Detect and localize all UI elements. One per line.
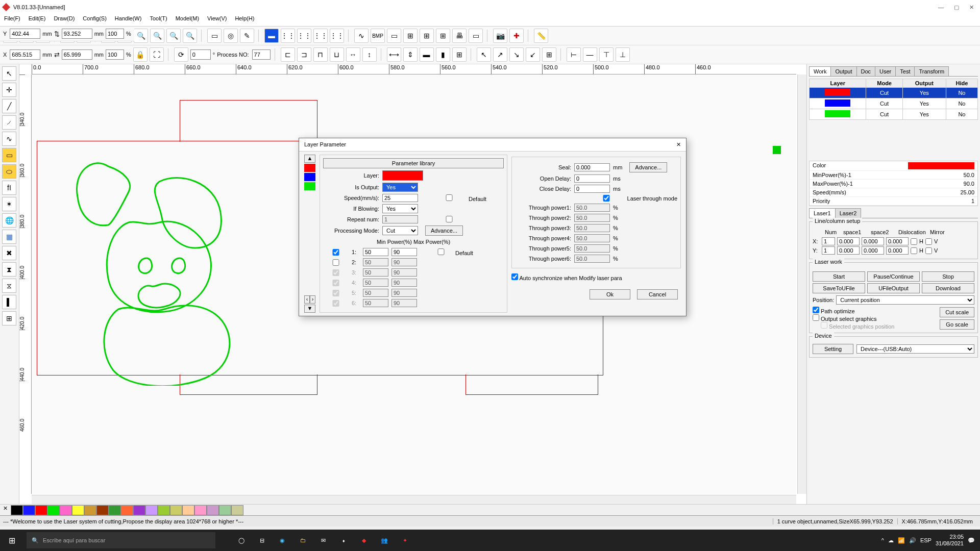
color-swatch[interactable] (158, 505, 170, 515)
scrollbar-horizontal[interactable] (32, 495, 796, 504)
tab-user[interactable]: User (875, 66, 896, 76)
scroll-right-icon[interactable]: › (310, 295, 315, 304)
close-delay-input[interactable] (574, 185, 610, 193)
link-icon[interactable]: ⇄ (54, 51, 60, 59)
color-swatch[interactable] (35, 505, 47, 515)
line-tool[interactable]: ╱ (2, 99, 16, 113)
taskbar-search[interactable]: 🔍 Escribe aquí para buscar (27, 532, 215, 548)
color-swatch[interactable] (84, 505, 96, 515)
tray-wifi-icon[interactable]: 📶 (898, 537, 905, 544)
tray-volume-icon[interactable]: 🔊 (909, 537, 916, 544)
scrollbar-vertical[interactable] (797, 74, 806, 494)
tab-work[interactable]: Work (809, 66, 831, 76)
start-button[interactable]: Start (813, 271, 865, 282)
a11-icon[interactable]: ⊞ (452, 47, 467, 62)
cut-scale-button[interactable]: Cut scale (940, 307, 974, 317)
delete-tool[interactable]: ✖ (2, 246, 16, 260)
rect-tool[interactable]: ▭ (2, 148, 16, 162)
cortana-icon[interactable]: ⊟ (254, 533, 270, 548)
scroll-left-icon[interactable]: ‹ (304, 295, 310, 304)
go-scale-button[interactable]: Go scale (940, 319, 974, 330)
download-button[interactable]: Download (922, 283, 974, 293)
point-tool[interactable]: ✶ (2, 197, 16, 211)
position-select[interactable]: Current position (836, 295, 974, 305)
explorer-icon[interactable]: 🗀 (295, 533, 310, 548)
tray-expand-icon[interactable]: ^ (881, 537, 884, 543)
color-swatch[interactable] (109, 505, 121, 515)
select-tool[interactable]: ↖ (2, 66, 16, 81)
sy-input[interactable] (106, 29, 124, 39)
color-swatch[interactable] (170, 505, 182, 515)
setting-button[interactable]: Setting (813, 344, 853, 354)
bmp-icon[interactable]: BMP (371, 29, 385, 43)
scale-icon[interactable]: ⛶ (150, 47, 164, 62)
tray-clock[interactable]: 23:0531/08/2021 (936, 534, 964, 547)
device-select[interactable]: Device---(USB:Auto) (856, 344, 974, 354)
repeat-check[interactable] (431, 216, 467, 222)
tray-cloud-icon[interactable]: ☁ (888, 537, 894, 544)
a14-icon[interactable]: ↘ (509, 47, 524, 62)
a6-icon[interactable]: ↕ (362, 47, 377, 62)
y-input[interactable] (10, 29, 40, 39)
color-swatch[interactable] (96, 505, 109, 515)
color-swatch[interactable] (60, 505, 72, 515)
target-icon[interactable]: ◎ (224, 29, 238, 43)
align2-icon[interactable]: ⊞ (420, 29, 434, 43)
rdworks-icon[interactable]: ✦ (397, 533, 412, 548)
tab-doc[interactable]: Doc (856, 66, 876, 76)
color-swatch[interactable] (145, 505, 158, 515)
layer-swatch[interactable] (304, 164, 315, 172)
zoom-page-icon[interactable]: 🔍 (183, 29, 197, 43)
task-view-icon[interactable]: ◯ (234, 533, 249, 548)
world-icon[interactable]: 🌐 (2, 213, 16, 228)
array2-icon[interactable]: ⋮⋮ (297, 29, 311, 43)
link2-icon[interactable]: ⇅ (54, 30, 60, 38)
layer-up-icon[interactable]: ▲ (304, 155, 315, 163)
advance2-button[interactable]: Advance... (629, 162, 667, 172)
color-swatch[interactable] (11, 505, 23, 515)
save-ufile-button[interactable]: SaveToUFile (813, 283, 865, 293)
speed-default-check[interactable] (431, 194, 467, 201)
a13-icon[interactable]: ↗ (493, 47, 507, 62)
polyline-tool[interactable]: ⟋ (2, 115, 16, 130)
align-tool[interactable]: ▌ (2, 295, 16, 309)
align3-icon[interactable]: ⊞ (436, 29, 450, 43)
processing-mode-select[interactable]: Cut (382, 226, 418, 235)
rotate-icon[interactable]: ⟳ (174, 47, 188, 62)
menu-config[interactable]: Config(S) (83, 15, 106, 25)
close-button[interactable]: ✕ (969, 4, 974, 11)
sx-input[interactable] (106, 49, 124, 60)
color-swatch[interactable] (219, 505, 231, 515)
zoom-sel-icon[interactable]: 🔍 (150, 29, 164, 43)
color-swatch[interactable] (23, 505, 35, 515)
laser1-check[interactable] (323, 249, 349, 256)
color-swatch[interactable] (47, 505, 60, 515)
ellipse-tool[interactable]: ⬭ (2, 164, 16, 179)
open-delay-input[interactable] (574, 174, 610, 183)
tab-test[interactable]: Test (895, 66, 915, 76)
a19-icon[interactable]: ⊤ (599, 47, 614, 62)
table-row[interactable]: CutYesNo (810, 109, 978, 120)
param-library-button[interactable]: Parameter library (323, 158, 504, 168)
tray-notifications-icon[interactable]: 💬 (968, 537, 975, 544)
color-swatch[interactable] (194, 505, 207, 515)
a16-icon[interactable]: ⊞ (542, 47, 556, 62)
pen-icon[interactable]: ✎ (240, 29, 254, 43)
h-input[interactable] (62, 29, 92, 39)
color-swatch[interactable] (72, 505, 84, 515)
x-num[interactable] (822, 237, 835, 245)
is-output-select[interactable]: Yes (382, 183, 418, 192)
zoom-all-icon[interactable]: 🔍 (166, 29, 181, 43)
a20-icon[interactable]: ⊥ (616, 47, 630, 62)
menu-file[interactable]: File(F) (4, 15, 20, 25)
output-select-check[interactable] (813, 314, 819, 321)
start-button[interactable]: ⊞ (0, 536, 23, 545)
app-icon[interactable]: ◆ (356, 533, 372, 548)
menu-model[interactable]: Model(M) (176, 15, 199, 25)
layer-down-icon[interactable]: ▼ (304, 305, 315, 313)
teams-icon[interactable]: 👥 (377, 533, 392, 548)
stop-button[interactable]: Stop (922, 271, 974, 282)
a3-icon[interactable]: ⊓ (313, 47, 328, 62)
mail-icon[interactable]: ✉ (315, 533, 331, 548)
rect-icon[interactable]: ▭ (387, 29, 401, 43)
